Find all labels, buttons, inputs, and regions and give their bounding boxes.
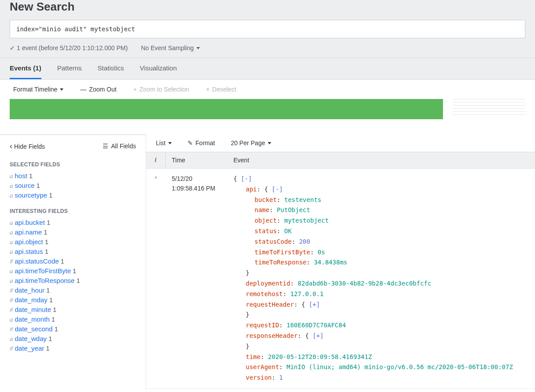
field-name[interactable]: source bbox=[15, 182, 35, 189]
hide-fields-button[interactable]: Hide Fields bbox=[10, 142, 45, 150]
field-name[interactable]: date_year bbox=[15, 344, 44, 352]
field-count: 1 bbox=[73, 267, 76, 275]
field-type-icon: a bbox=[10, 192, 13, 199]
field-name[interactable]: api.statusCode bbox=[15, 257, 59, 265]
field-count: 1 bbox=[45, 248, 48, 255]
selected-fields-title: SELECTED FIELDS bbox=[10, 161, 136, 168]
per-page-dropdown[interactable]: 20 Per Page bbox=[231, 139, 271, 147]
col-time[interactable]: Time bbox=[166, 152, 227, 168]
field-count: 1 bbox=[48, 335, 52, 342]
field-type-icon: a bbox=[10, 267, 13, 275]
field-item[interactable]: aapi.status1 bbox=[10, 247, 136, 256]
field-name[interactable]: date_second bbox=[15, 325, 53, 333]
field-item[interactable]: aapi.timeToFirstByte1 bbox=[10, 266, 136, 276]
event-time: 5/12/20 1:09:58.416 PM bbox=[166, 169, 227, 388]
field-item[interactable]: aapi.bucket1 bbox=[10, 218, 136, 227]
field-item[interactable]: aapi.object1 bbox=[10, 237, 136, 247]
selected-fields-list: ahost1asource1asourcetype1 bbox=[10, 171, 136, 200]
field-count: 1 bbox=[46, 286, 50, 294]
field-type-icon: a bbox=[10, 248, 13, 255]
field-count: 1 bbox=[54, 325, 58, 333]
zoom-out-button[interactable]: — Zoom Out bbox=[80, 86, 116, 93]
tabs-row: Events (1) Patterns Statistics Visualiza… bbox=[0, 58, 535, 80]
field-name[interactable]: api.bucket bbox=[15, 219, 45, 226]
field-name[interactable]: api.name bbox=[15, 228, 42, 236]
field-name[interactable]: api.object bbox=[15, 238, 43, 245]
field-type-icon: # bbox=[10, 297, 13, 304]
field-count: 1 bbox=[44, 228, 47, 236]
caret-down-icon bbox=[168, 142, 172, 144]
field-item[interactable]: ahost1 bbox=[10, 171, 136, 181]
caret-down-icon bbox=[268, 142, 271, 144]
all-fields-button[interactable]: ☰All Fields bbox=[103, 143, 136, 150]
field-type-icon: a bbox=[10, 229, 13, 236]
expand-row-button[interactable]: › bbox=[146, 169, 166, 388]
field-count: 1 bbox=[47, 219, 50, 226]
field-name[interactable]: sourcetype bbox=[15, 191, 47, 199]
field-type-icon: # bbox=[10, 306, 13, 313]
json-collapse-toggle[interactable]: [-] bbox=[241, 175, 252, 182]
timeline-controls: Format Timeline — Zoom Out + Zoom to Sel… bbox=[0, 80, 535, 99]
json-expand-toggle[interactable]: [+] bbox=[313, 332, 324, 339]
list-view-dropdown[interactable]: List bbox=[156, 139, 172, 147]
field-name[interactable]: host bbox=[15, 172, 27, 180]
json-expand-toggle[interactable]: [+] bbox=[309, 301, 320, 308]
tab-visualization[interactable]: Visualization bbox=[140, 58, 177, 79]
field-item[interactable]: #date_minute1 bbox=[10, 305, 136, 315]
caret-down-icon bbox=[196, 47, 200, 49]
timeline[interactable] bbox=[0, 99, 535, 134]
field-item[interactable]: #date_year1 bbox=[10, 344, 136, 353]
field-item[interactable]: adate_wday1 bbox=[10, 334, 136, 344]
field-name[interactable]: date_wday bbox=[15, 335, 47, 342]
search-bar[interactable] bbox=[10, 20, 525, 38]
event-row: › 5/12/20 1:09:58.416 PM { [-] api: { [-… bbox=[146, 169, 535, 389]
status-row: ✓1 event (before 5/12/20 1:10:12.000 PM)… bbox=[10, 44, 525, 58]
col-event[interactable]: Event bbox=[227, 152, 535, 168]
field-item[interactable]: #date_mday1 bbox=[10, 295, 136, 305]
json-collapse-toggle[interactable]: [-] bbox=[272, 186, 283, 193]
field-name[interactable]: date_hour bbox=[15, 286, 45, 294]
timeline-bar[interactable] bbox=[10, 99, 443, 119]
interesting-fields-title: INTERESTING FIELDS bbox=[10, 208, 136, 214]
tab-statistics[interactable]: Statistics bbox=[98, 58, 124, 79]
field-name[interactable]: date_month bbox=[15, 315, 50, 323]
col-info[interactable]: i bbox=[146, 152, 166, 168]
format-timeline-dropdown[interactable]: Format Timeline bbox=[13, 86, 63, 93]
page-title: New Search bbox=[10, 0, 525, 20]
search-input[interactable] bbox=[16, 26, 519, 33]
field-name[interactable]: date_minute bbox=[15, 306, 52, 313]
timeline-ticks bbox=[453, 99, 525, 117]
field-item[interactable]: aapi.timeToResponse1 bbox=[10, 276, 136, 286]
field-item[interactable]: asourcetype1 bbox=[10, 191, 136, 200]
field-name[interactable]: date_mday bbox=[15, 296, 48, 304]
field-item[interactable]: #date_hour1 bbox=[10, 286, 136, 295]
tab-events[interactable]: Events (1) bbox=[10, 58, 41, 79]
format-button[interactable]: ✎ Format bbox=[188, 139, 215, 147]
tab-patterns[interactable]: Patterns bbox=[57, 58, 82, 79]
field-name[interactable]: api.timeToFirstByte bbox=[15, 267, 71, 275]
check-icon: ✓ bbox=[10, 44, 15, 51]
field-count: 1 bbox=[49, 296, 53, 304]
chevron-right-icon: › bbox=[154, 174, 158, 181]
field-name[interactable]: api.status bbox=[15, 248, 43, 255]
field-item[interactable]: aapi.name1 bbox=[10, 227, 136, 237]
field-type-icon: # bbox=[10, 287, 13, 294]
field-count: 1 bbox=[76, 277, 80, 284]
field-count: 1 bbox=[46, 344, 49, 352]
field-type-icon: a bbox=[10, 335, 13, 342]
field-item[interactable]: asource1 bbox=[10, 181, 136, 191]
interesting-fields-list: aapi.bucket1aapi.name1aapi.object1aapi.s… bbox=[10, 218, 136, 353]
field-item[interactable]: #api.statusCode1 bbox=[10, 256, 136, 266]
caret-down-icon bbox=[60, 88, 63, 91]
list-icon: ☰ bbox=[103, 143, 108, 150]
field-count: 1 bbox=[45, 238, 48, 245]
plus-icon: + bbox=[133, 86, 137, 93]
zoom-to-selection-button: + Zoom to Selection bbox=[133, 86, 189, 93]
results-toolbar: List ✎ Format 20 Per Page bbox=[146, 134, 535, 152]
field-name[interactable]: api.timeToResponse bbox=[15, 277, 75, 284]
field-item[interactable]: #date_second1 bbox=[10, 324, 136, 334]
search-status: ✓1 event (before 5/12/20 1:10:12.000 PM) bbox=[10, 44, 128, 51]
field-item[interactable]: adate_month1 bbox=[10, 315, 136, 324]
event-sampling-dropdown[interactable]: No Event Sampling bbox=[141, 44, 200, 51]
fields-panel: Hide Fields ☰All Fields SELECTED FIELDS … bbox=[0, 134, 146, 389]
